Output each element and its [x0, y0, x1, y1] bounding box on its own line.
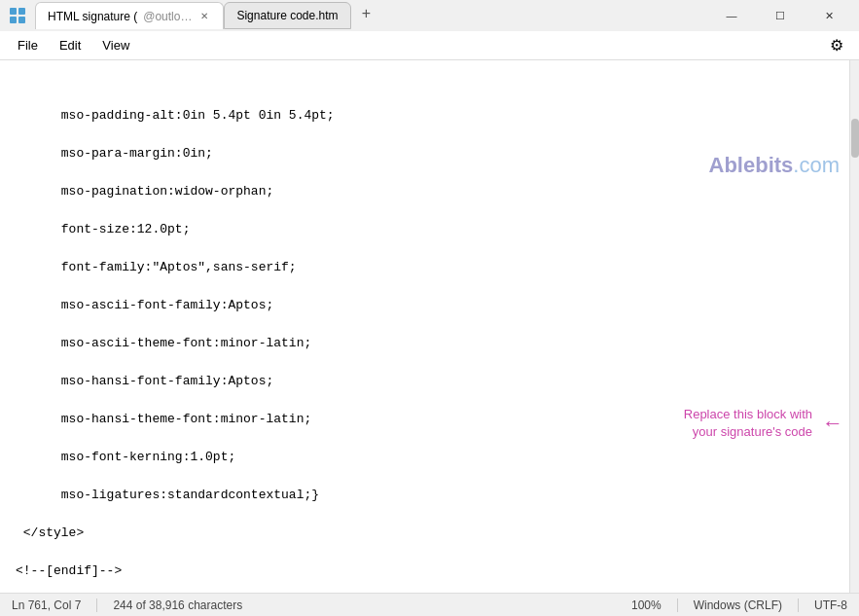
code-line: mso-padding-alt:0in 5.4pt 0in 5.4pt; — [0, 106, 849, 126]
svg-rect-2 — [10, 17, 17, 23]
editor-container: mso-padding-alt:0in 5.4pt 0in 5.4pt; mso… — [0, 60, 859, 593]
code-line: font-family:"Aptos",sans-serif; — [0, 258, 849, 277]
status-divider-3 — [798, 598, 799, 612]
title-bar: HTML signature ( @outlo… ✕ Signature cod… — [0, 0, 859, 31]
svg-rect-1 — [18, 8, 25, 15]
code-line: <!--[endif]--> — [0, 562, 849, 581]
tab-signature-code-label: Signature code.htm — [236, 9, 338, 22]
tab-html-signature-close[interactable]: ✕ — [197, 10, 211, 23]
annotation-text: Replace this block withyour signature's … — [684, 406, 812, 441]
svg-rect-0 — [10, 8, 17, 15]
title-bar-controls: — ☐ ✕ — [709, 0, 851, 31]
code-line: mso-hansi-font-family:Aptos; — [0, 372, 849, 391]
code-line: </style> — [0, 524, 849, 543]
code-line: mso-ascii-theme-font:minor-latin; — [0, 334, 849, 353]
status-bar: Ln 761, Col 7 244 of 38,916 characters 1… — [0, 593, 859, 616]
app-icon — [8, 6, 27, 25]
tab-html-signature-email: @outlo… — [143, 10, 192, 23]
tab-html-signature-label: HTML signature ( — [48, 10, 137, 23]
cursor-position: Ln 761, Col 7 — [12, 598, 81, 612]
vertical-scrollbar[interactable] — [849, 60, 859, 593]
menu-file[interactable]: File — [8, 34, 48, 56]
status-divider-1 — [96, 598, 97, 612]
menu-view[interactable]: View — [92, 34, 139, 56]
svg-rect-3 — [18, 17, 25, 23]
line-ending: Windows (CRLF) — [694, 598, 782, 612]
title-bar-left: HTML signature ( @outlo… ✕ Signature cod… — [8, 2, 705, 29]
close-button[interactable]: ✕ — [806, 0, 851, 31]
zoom-level: 100% — [631, 598, 662, 612]
menu-edit[interactable]: Edit — [50, 34, 90, 56]
status-divider-2 — [677, 598, 678, 612]
tab-signature-code[interactable]: Signature code.htm — [224, 2, 350, 29]
settings-icon[interactable]: ⚙ — [822, 33, 851, 58]
code-line: font-size:12.0pt; — [0, 220, 849, 239]
scrollbar-thumb[interactable] — [851, 119, 859, 158]
ablebits-logo: Ablebits.com — [709, 153, 841, 178]
minimize-button[interactable]: — — [709, 0, 754, 31]
maximize-button[interactable]: ☐ — [758, 0, 803, 31]
code-line: mso-ascii-font-family:Aptos; — [0, 296, 849, 315]
code-line: mso-ligatures:standardcontextual;} — [0, 486, 849, 505]
code-line: mso-font-kerning:1.0pt; — [0, 448, 849, 467]
encoding: UTF-8 — [814, 598, 847, 612]
tab-add-button[interactable]: + — [355, 2, 378, 25]
tab-html-signature[interactable]: HTML signature ( @outlo… ✕ — [35, 2, 224, 29]
code-line: mso-pagination:widow-orphan; — [0, 182, 849, 201]
tab-bar: HTML signature ( @outlo… ✕ Signature cod… — [35, 2, 378, 29]
menu-bar: File Edit View ⚙ — [0, 31, 859, 60]
annotation-container: Replace this block withyour signature's … — [684, 406, 843, 441]
char-count: 244 of 38,916 characters — [113, 598, 242, 612]
annotation-arrow-icon: ← — [822, 411, 843, 436]
editor-content[interactable]: mso-padding-alt:0in 5.4pt 0in 5.4pt; mso… — [0, 60, 849, 593]
